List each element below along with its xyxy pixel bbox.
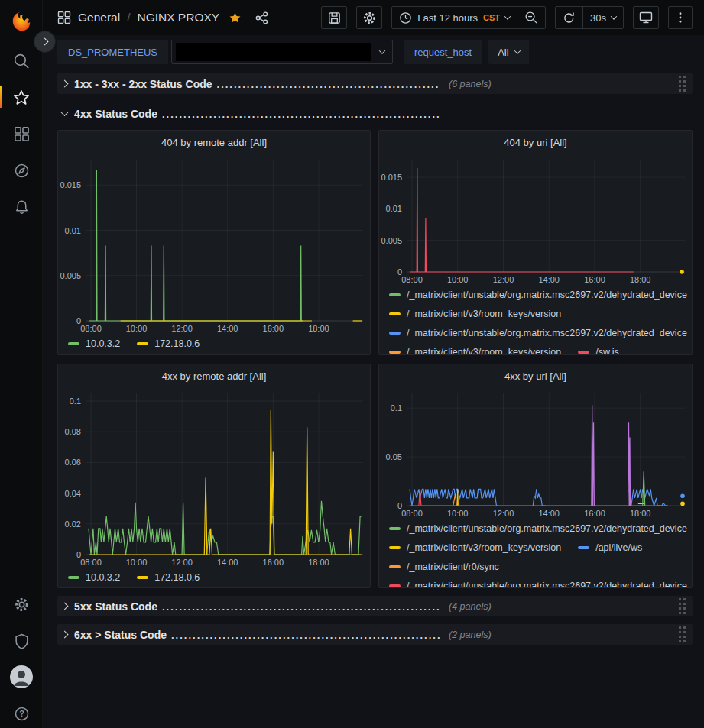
svg-text:08:00: 08:00 — [80, 324, 102, 333]
dashboard-settings-button[interactable] — [356, 6, 382, 29]
refresh-button[interactable] — [556, 7, 582, 28]
legend-item[interactable]: /_matrix/client/v3/room_keys/version — [389, 542, 561, 553]
sidebar-item-alerting[interactable] — [0, 192, 43, 222]
row-drag-handle[interactable] — [679, 598, 686, 614]
legend-item[interactable]: 172.18.0.6 — [137, 572, 200, 583]
svg-text:0.005: 0.005 — [60, 271, 81, 280]
chart-legend: /_matrix/client/unstable/org.matrix.msc2… — [379, 519, 692, 588]
legend-item[interactable]: /_matrix/client/v3/room_keys/version — [389, 347, 561, 356]
row-header-1xx-3xx-2xx[interactable]: 1xx - 3xx - 2xx Status Code ............… — [57, 73, 693, 94]
legend-swatch — [389, 351, 401, 354]
sidebar-item-profile[interactable] — [0, 662, 43, 692]
legend-item[interactable]: /_matrix/client/unstable/org.matrix.msc2… — [389, 290, 687, 300]
chart-legend: 10.0.3.2172.18.0.6 — [58, 334, 370, 354]
legend-swatch — [68, 342, 79, 345]
datasource-variable-select[interactable] — [171, 40, 393, 64]
panel-title[interactable]: 4xx by remote addr [All] — [58, 364, 370, 387]
legend-swatch — [578, 546, 589, 549]
svg-text:18:00: 18:00 — [308, 324, 329, 333]
svg-text:0: 0 — [397, 501, 402, 510]
grafana-logo-icon — [10, 10, 33, 33]
legend-swatch — [68, 576, 79, 579]
grafana-logo[interactable] — [0, 6, 43, 37]
refresh-icon — [563, 11, 576, 24]
favorite-star-icon[interactable] — [229, 11, 242, 24]
svg-text:0: 0 — [397, 267, 402, 277]
row-drag-handle[interactable] — [679, 76, 686, 92]
svg-text:0.05: 0.05 — [386, 452, 402, 461]
svg-text:0.01: 0.01 — [386, 204, 402, 213]
chart-plot-area[interactable]: 08:0010:0012:0014:0016:0018:0000.0050.01… — [379, 154, 692, 285]
row-panel-count: (4 panels) — [449, 601, 492, 612]
svg-text:12:00: 12:00 — [493, 275, 514, 284]
legend-item[interactable]: /_matrix/client/unstable/org.matrix.msc2… — [389, 328, 687, 338]
legend-swatch — [137, 576, 148, 579]
row-header-6xx[interactable]: 6xx > Status Code ......................… — [57, 624, 693, 645]
legend-item[interactable]: 10.0.3.2 — [68, 338, 120, 349]
panel-title[interactable]: 404 by uri [All] — [379, 131, 692, 154]
row-header-4xx[interactable]: 4xx Status Code ........................… — [57, 103, 693, 124]
legend-item[interactable]: 10.0.3.2 — [68, 572, 120, 583]
legend-label: /_matrix/client/r0/sync — [407, 561, 499, 572]
datasource-variable-label[interactable]: DS_PROMETHEUS — [57, 40, 168, 64]
svg-text:?: ? — [19, 709, 24, 718]
refresh-interval-label: 30s — [590, 12, 606, 24]
svg-text:0.04: 0.04 — [65, 489, 81, 498]
chevron-down-icon — [514, 47, 520, 53]
sidebar-item-dashboards[interactable] — [0, 118, 43, 149]
legend-item[interactable]: /_matrix/client/unstable/org.matrix.msc2… — [389, 523, 687, 534]
share-icon[interactable] — [255, 11, 269, 25]
svg-text:18:00: 18:00 — [630, 509, 651, 518]
svg-text:0: 0 — [76, 316, 81, 325]
legend-swatch — [389, 527, 401, 530]
legend-swatch — [389, 546, 401, 549]
row-drag-handle[interactable] — [679, 626, 686, 642]
refresh-interval-picker[interactable]: 30s — [582, 7, 623, 28]
kebab-menu-icon — [673, 11, 687, 24]
request-host-variable-label[interactable]: request_host — [404, 40, 482, 64]
legend-item[interactable]: /api/live/ws — [578, 542, 642, 553]
legend-swatch — [389, 332, 401, 335]
legend-item[interactable]: /sw.js — [578, 347, 619, 356]
zoom-out-icon — [524, 11, 538, 24]
legend-item[interactable]: /_matrix/client/v3/room_keys/version — [389, 309, 561, 319]
svg-text:16:00: 16:00 — [584, 509, 605, 518]
chevron-down-icon — [61, 108, 69, 116]
panel-4xx-by-remote-addr: 4xx by remote addr [All] 08:0010:0012:00… — [57, 364, 371, 588]
chart-plot-area[interactable]: 08:0010:0012:0014:0016:0018:0000.020.040… — [58, 387, 370, 568]
legend-swatch — [389, 312, 401, 315]
svg-text:0.015: 0.015 — [60, 180, 81, 189]
sidebar-item-explore[interactable] — [0, 155, 43, 186]
time-range-picker[interactable]: Last 12 hours CST — [392, 7, 517, 28]
svg-text:18:00: 18:00 — [630, 275, 651, 284]
zoom-out-button[interactable] — [517, 7, 545, 28]
breadcrumb-dashboard-title[interactable]: NGINX PROXY — [137, 11, 219, 24]
clock-icon — [399, 11, 412, 24]
legend-item[interactable]: /_matrix/client/r0/sync — [389, 561, 499, 572]
svg-text:10:00: 10:00 — [447, 275, 469, 284]
save-dashboard-button[interactable] — [321, 6, 347, 29]
row-panel-count: (2 panels) — [449, 629, 492, 640]
chart-plot-area[interactable]: 08:0010:0012:0014:0016:0018:0000.050.1 — [379, 387, 692, 519]
svg-text:08:00: 08:00 — [401, 509, 423, 518]
sidebar-item-server-admin[interactable] — [0, 626, 43, 656]
legend-item[interactable]: 172.18.0.6 — [137, 338, 200, 349]
sidebar-item-search[interactable] — [0, 46, 43, 76]
chart-plot-area[interactable]: 08:0010:0012:0014:0016:0018:0000.0050.01… — [58, 154, 370, 334]
breadcrumb-section[interactable]: General — [78, 11, 120, 24]
expand-sidebar-button[interactable] — [34, 31, 56, 53]
chart-legend: 10.0.3.2172.18.0.6 — [58, 568, 370, 587]
sidebar-item-help[interactable]: ? — [0, 698, 43, 728]
request-host-variable-select[interactable]: All — [488, 40, 528, 64]
panel-title[interactable]: 4xx by uri [All] — [379, 364, 692, 387]
legend-item[interactable]: /_matrix/client/unstable/org.matrix.msc2… — [389, 581, 687, 589]
svg-text:08:00: 08:00 — [80, 558, 102, 567]
sidebar-item-starred[interactable] — [0, 83, 43, 113]
panel-title[interactable]: 404 by remote addr [All] — [58, 131, 370, 154]
tv-mode-button[interactable] — [633, 6, 659, 29]
more-options-button[interactable] — [668, 6, 693, 29]
row-header-5xx[interactable]: 5xx Status Code ........................… — [57, 596, 693, 616]
legend-swatch — [389, 565, 401, 568]
sidebar-item-configuration[interactable] — [0, 589, 43, 620]
svg-text:10:00: 10:00 — [447, 509, 469, 518]
